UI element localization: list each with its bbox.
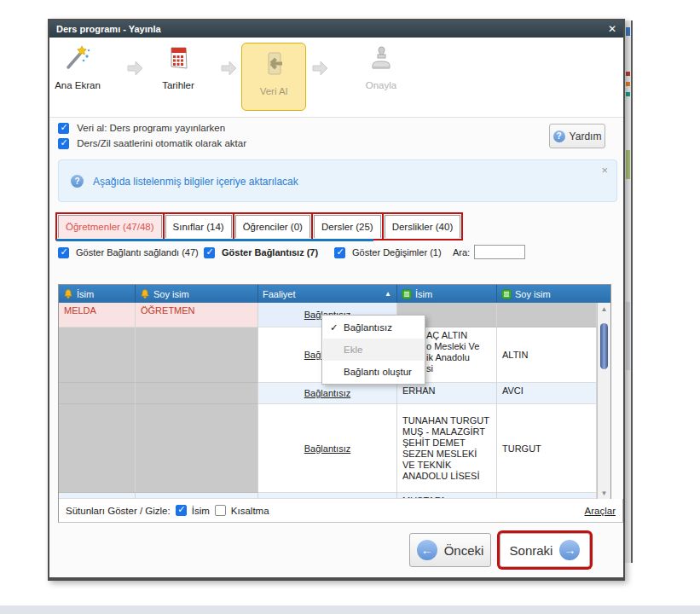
wizard-step-label: Onayla xyxy=(349,80,414,90)
scroll-up-icon[interactable]: ▲ xyxy=(598,305,610,313)
publish-wizard-dialog: Ders programı - Yayınla ✕ Ana Ekran xyxy=(48,19,625,581)
page-footer-strip xyxy=(0,605,700,614)
faaliyet-link[interactable]: Bağlantısız xyxy=(304,443,350,454)
check-icon: ✓ xyxy=(330,321,340,333)
tab-ogretmenler[interactable]: Öğretmenler (47/48) xyxy=(58,215,162,238)
search-input[interactable] xyxy=(474,245,525,259)
cell-soyisim-hedef xyxy=(497,303,597,327)
step-arrow-icon xyxy=(218,58,239,78)
stamp-icon xyxy=(367,44,395,72)
cell-isim: MELDA xyxy=(59,303,136,327)
cell-soyisim-hedef: AVCI xyxy=(497,383,597,404)
step-arrow-icon xyxy=(310,58,330,78)
wizard-step-tarihler[interactable]: Tarihler xyxy=(146,44,211,90)
arrow-right-icon: → xyxy=(559,540,580,560)
cell-faaliyet: Bağlantısız xyxy=(258,383,397,404)
col-header-faaliyet[interactable]: Faaliyet ▲ xyxy=(258,285,397,303)
screen: Ders programı - Yayınla ✕ Ana Ekran xyxy=(0,0,700,614)
calendar-icon xyxy=(165,44,192,72)
list-icon xyxy=(501,289,512,299)
columns-toggle-label: Sütunları Göster / Gizle: xyxy=(66,506,171,516)
help-button-label: Yardım xyxy=(570,130,602,142)
col-label: Soy isim xyxy=(153,289,189,299)
wizard-step-veri-al[interactable]: Veri Al xyxy=(241,43,306,111)
tab-siniflar[interactable]: Sınıflar (14) xyxy=(165,215,232,238)
col-header-soyisim-hedef[interactable]: Soy isim xyxy=(497,285,597,303)
table-row[interactable]: Bağlantısız ERHAN AVCI xyxy=(59,383,610,404)
info-icon: ? xyxy=(71,175,84,188)
tab-dersler[interactable]: Dersler (25) xyxy=(314,215,381,238)
veri-al-checkbox[interactable] xyxy=(58,123,69,134)
cell-soyisim xyxy=(136,493,258,499)
active-tab-underline xyxy=(56,239,373,241)
wizard-step-label: Ana Ekran xyxy=(45,80,110,90)
search-label-wrap: Ara: xyxy=(453,247,470,258)
isim-checkbox-label: İsim xyxy=(192,506,210,516)
arrow-left-icon: ← xyxy=(417,540,437,560)
col-label: İsim xyxy=(415,289,432,299)
faaliyet-link[interactable]: Bağlantısız xyxy=(304,388,350,398)
filter-baglantisiz: Göster Bağlantısız (7) xyxy=(204,247,318,258)
entity-tabs: Öğretmenler (47/48) Sınıflar (14) Öğrenc… xyxy=(58,215,460,238)
table-footer: Sütunları Göster / Gizle: İsim Kısaltma … xyxy=(58,499,623,523)
dialog-title: Ders programı - Yayınla xyxy=(56,24,161,34)
col-header-isim-hedef[interactable]: İsim xyxy=(397,285,497,303)
banner-close-icon[interactable]: × xyxy=(601,164,608,177)
filter-checkbox[interactable] xyxy=(204,247,215,258)
filter-label: Göster Bağlantı sağlandı (47) xyxy=(76,247,199,258)
cell-soyisim: ÖĞRETMEN xyxy=(136,303,258,327)
search-label: Ara: xyxy=(453,247,470,258)
tools-link[interactable]: Araçlar xyxy=(585,506,616,516)
background-icon xyxy=(626,82,630,86)
previous-button[interactable]: ← Önceki xyxy=(409,533,491,567)
background-page-sliver xyxy=(625,20,633,563)
step-arrow-icon xyxy=(124,58,145,78)
menu-item-label: Bağlantısız xyxy=(344,322,392,333)
isim-column-checkbox[interactable] xyxy=(176,505,187,516)
menu-item-baglanti-olustur[interactable]: Bağlantı oluştur xyxy=(323,361,424,383)
col-header-isim[interactable]: İsim xyxy=(59,285,136,303)
background-icon xyxy=(626,27,630,36)
scrollbar-thumb[interactable] xyxy=(600,323,608,369)
ders-zil-checkbox[interactable] xyxy=(58,138,69,149)
kisaltma-column-checkbox[interactable] xyxy=(215,505,226,516)
wizard-step-onayla: Onayla xyxy=(349,44,414,90)
help-button[interactable]: ? Yardım xyxy=(549,124,605,148)
cell-soyisim-hedef: TURGUT xyxy=(497,404,597,493)
col-header-soyisim[interactable]: Soy isim xyxy=(136,285,258,303)
filter-degisimler: Göster Değişimler (1) xyxy=(334,247,442,258)
table-row[interactable]: MUSTAFA xyxy=(59,493,610,499)
menu-item-baglantisiz[interactable]: ✓ Bağlantısız xyxy=(323,316,424,339)
background-block xyxy=(626,150,630,179)
next-button-label: Sonraki xyxy=(510,543,553,558)
option-row: Ders/Zil saatlerini otomatik olarak akta… xyxy=(58,138,246,149)
kisaltma-checkbox-label: Kısaltma xyxy=(231,506,269,516)
scroll-down-icon[interactable]: ▼ xyxy=(598,489,610,497)
cell-soyisim-hedef: ALTIN xyxy=(497,327,597,383)
cell-soyisim xyxy=(136,327,258,383)
wizard-step-ana-ekran[interactable]: Ana Ekran xyxy=(45,44,110,90)
table-row[interactable]: Bağlantısız TUNAHAN TURGUT MUŞ - MALAZGİ… xyxy=(59,404,610,493)
cell-soyisim xyxy=(136,404,258,493)
close-icon[interactable]: ✕ xyxy=(608,23,616,35)
faaliyet-context-menu: ✓ Bağlantısız Ekle Bağlantı oluştur xyxy=(321,315,425,385)
menu-item-ekle[interactable]: Ekle xyxy=(323,339,424,361)
tab-derslikler[interactable]: Derslikler (40) xyxy=(385,215,461,238)
option-label: Ders/Zil saatlerini otomatik olarak akta… xyxy=(77,138,246,148)
tab-ogrenciler[interactable]: Öğrenciler (0) xyxy=(235,215,310,238)
cell-isim xyxy=(59,493,136,499)
table-scrollbar[interactable]: ▲ ▼ xyxy=(597,303,610,500)
background-block xyxy=(626,302,630,370)
cell-isim xyxy=(59,383,136,404)
wizard-steps: Ana Ekran Tarihler xyxy=(49,38,623,118)
next-button[interactable]: Sonraki → xyxy=(500,533,590,567)
filter-checkbox[interactable] xyxy=(58,247,69,258)
wizard-step-label: Tarihler xyxy=(146,80,211,90)
option-label: Veri al: Ders programı yayınlarken xyxy=(77,123,225,133)
cell-isim-hedef: ERHAN xyxy=(397,383,497,404)
col-label: Soy isim xyxy=(515,289,551,299)
previous-button-label: Önceki xyxy=(444,543,484,558)
info-banner-text: Aşağıda listelenmiş bilgiler içeriye akt… xyxy=(93,176,298,188)
question-icon: ? xyxy=(553,130,565,142)
filter-checkbox[interactable] xyxy=(334,247,345,258)
